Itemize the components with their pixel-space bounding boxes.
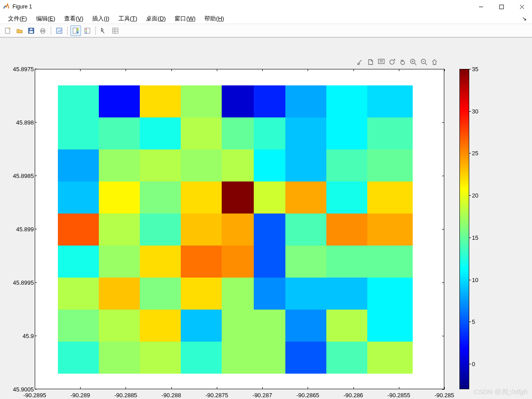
svg-rect-17 <box>85 28 90 33</box>
heatmap-cell <box>285 278 331 310</box>
menu-view[interactable]: 查看(V) <box>60 14 88 24</box>
print-button[interactable] <box>37 25 48 36</box>
heatmap-cell <box>367 181 413 214</box>
y-tick-label: 45.9 <box>3 333 34 339</box>
menu-chevron-icon[interactable]: ↘ <box>522 16 527 22</box>
x-tick-label: -90.2865 <box>296 392 319 399</box>
rotate-icon[interactable] <box>387 57 396 66</box>
insert-colorbar-button[interactable] <box>70 25 81 36</box>
open-property-inspector-button[interactable] <box>110 25 121 36</box>
heatmap-cell <box>99 278 144 310</box>
heatmap-cell <box>140 181 185 214</box>
svg-rect-26 <box>378 59 384 64</box>
watermark: CSDN @凯少dfgh <box>474 388 528 396</box>
x-tick-label: -90.288 <box>162 392 181 399</box>
heatmap-cell <box>367 149 413 181</box>
x-tick-label: -90.2885 <box>114 392 137 399</box>
svg-rect-14 <box>77 28 78 30</box>
heatmap-cell <box>99 117 144 149</box>
heatmap-cell <box>367 278 413 310</box>
heatmap-cell <box>181 181 226 214</box>
window-title: Figure 1 <box>12 4 32 10</box>
save-button[interactable] <box>26 25 37 36</box>
y-tick-label: 45.898 <box>3 119 34 126</box>
heatmap-cell <box>140 342 185 374</box>
x-tick-label: -90.2855 <box>387 392 410 399</box>
datatip-icon[interactable] <box>377 57 386 66</box>
heatmap-cell <box>367 214 413 246</box>
close-button[interactable] <box>512 0 532 13</box>
heatmap-cell <box>181 310 226 342</box>
pan-icon[interactable] <box>398 57 407 66</box>
svg-rect-16 <box>77 32 78 33</box>
heatmap-cell <box>99 342 144 374</box>
heatmap-cell <box>326 246 372 278</box>
heatmap-cell <box>367 246 413 278</box>
heatmap-cell <box>58 85 103 117</box>
heatmap-cell <box>58 278 103 310</box>
heatmap-cell <box>181 117 226 149</box>
heatmap-cell <box>326 85 372 117</box>
svg-rect-18 <box>85 29 87 30</box>
svg-line-21 <box>102 31 104 33</box>
menu-desktop[interactable]: 桌面(D) <box>142 14 170 24</box>
heatmap-cell <box>58 117 103 149</box>
brush-icon[interactable] <box>355 57 364 66</box>
colorbar-tick-label: 15 <box>472 234 478 241</box>
colorbar-tick-label: 35 <box>472 66 478 73</box>
svg-rect-7 <box>29 31 33 33</box>
heatmap-cell <box>285 246 331 278</box>
svg-rect-13 <box>73 28 77 33</box>
heatmap-cell <box>367 342 413 374</box>
menu-file[interactable]: 文件(F) <box>4 14 32 24</box>
colorbar-tick-label: 5 <box>472 318 475 325</box>
new-figure-button[interactable] <box>3 25 13 36</box>
menu-insert[interactable]: 插入(I) <box>88 14 114 24</box>
menu-help[interactable]: 帮助(H) <box>200 14 228 24</box>
edit-plot-button[interactable] <box>98 25 109 36</box>
heatmap-cell <box>285 342 331 374</box>
heatmap-cell <box>326 310 372 342</box>
maximize-button[interactable] <box>491 0 512 13</box>
axes[interactable] <box>35 69 444 389</box>
open-button[interactable] <box>14 25 25 36</box>
heatmap-cell <box>140 214 185 246</box>
toolbar-separator <box>95 26 96 35</box>
heatmap-cell <box>326 117 372 149</box>
toolbar-separator <box>67 26 68 35</box>
insert-legend-button[interactable] <box>82 25 93 36</box>
heatmap-cell <box>140 246 185 278</box>
colorbar-tick-label: 10 <box>472 276 478 283</box>
svg-rect-20 <box>85 32 87 33</box>
colorbar-tick-label: 30 <box>472 108 478 114</box>
y-tick-label: 45.8995 <box>3 279 34 286</box>
heatmap-cell <box>58 342 103 374</box>
y-tick-label: 45.8985 <box>3 173 34 179</box>
heatmap-cell <box>181 278 226 310</box>
svg-rect-1 <box>500 5 504 9</box>
heatmap-cell <box>140 278 185 310</box>
title-bar: Figure 1 <box>0 0 532 13</box>
heatmap-cell <box>367 85 413 117</box>
restore-view-icon[interactable] <box>430 57 439 66</box>
heatmap-cell <box>58 310 103 342</box>
svg-point-29 <box>390 60 394 64</box>
zoom-out-icon[interactable] <box>419 57 428 66</box>
svg-rect-10 <box>41 28 44 30</box>
menu-tools[interactable]: 工具(T) <box>114 14 142 24</box>
heatmap-cell <box>367 310 413 342</box>
menu-edit[interactable]: 编辑(E) <box>32 14 60 24</box>
minimize-button[interactable] <box>471 0 491 13</box>
heatmap-cell <box>99 214 144 246</box>
svg-rect-22 <box>113 28 118 33</box>
heatmap-cell <box>99 246 144 278</box>
heatmap-cell <box>181 342 226 374</box>
link-axes-button[interactable] <box>54 25 65 36</box>
colorbar[interactable] <box>459 69 469 389</box>
export-icon[interactable] <box>366 57 375 66</box>
menu-window[interactable]: 窗口(W) <box>170 14 200 24</box>
toolbar <box>0 24 532 37</box>
zoom-in-icon[interactable] <box>409 57 418 66</box>
y-tick-label: 45.8975 <box>3 66 34 73</box>
svg-rect-19 <box>85 31 87 32</box>
